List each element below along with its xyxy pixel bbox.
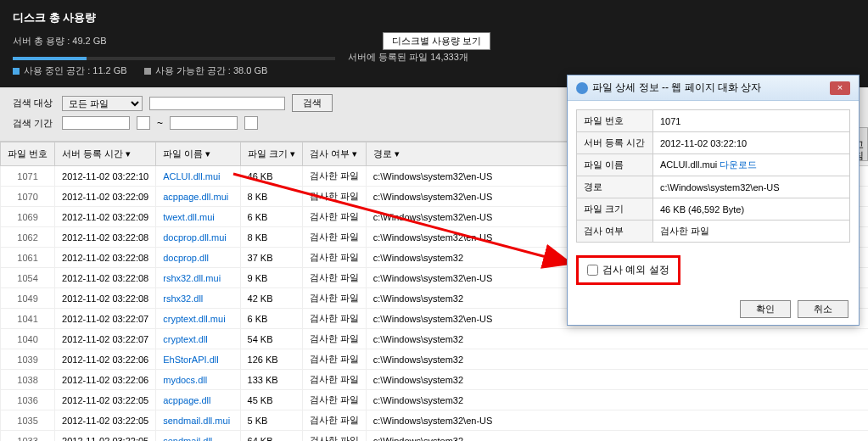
date-to-input[interactable]: [170, 116, 238, 130]
table-row[interactable]: 1036 2012-11-02 03:22:05 acppage.dll 45 …: [1, 390, 869, 410]
col-file-size[interactable]: 파일 크기 ▾: [240, 142, 302, 166]
cell-filename[interactable]: rshx32.dll.mui: [156, 268, 240, 288]
lbl-file-name: 파일 이름: [577, 154, 653, 176]
cell-time: 2012-11-02 03:22:05: [55, 431, 156, 442]
col-scan-status[interactable]: 검사 여부 ▾: [302, 142, 366, 166]
cell-status: 검사한 파일: [302, 207, 366, 227]
search-target-select[interactable]: 모든 파일: [62, 96, 143, 111]
cell-time: 2012-11-02 03:22:05: [55, 390, 156, 410]
cell-size: 37 KB: [240, 248, 302, 268]
val-file-size: 46 KB (46,592 Byte): [653, 198, 850, 220]
cell-time: 2012-11-02 03:22:06: [55, 370, 156, 390]
cell-no: 1039: [1, 349, 55, 370]
cell-size: 8 KB: [240, 227, 302, 248]
cell-filename[interactable]: ACLUI.dll.mui: [156, 166, 240, 187]
view-per-disk-button[interactable]: 디스크별 사용량 보기: [383, 32, 490, 50]
lbl-reg-time: 서버 등록 시간: [577, 132, 653, 154]
cell-status: 검사한 파일: [302, 309, 366, 329]
cell-no: 1049: [1, 288, 55, 309]
cell-filename[interactable]: sendmail.dll.mui: [156, 410, 240, 431]
table-row[interactable]: 1035 2012-11-02 03:22:05 sendmail.dll.mu…: [1, 410, 869, 431]
cell-filename[interactable]: rshx32.dll: [156, 288, 240, 309]
cell-filename[interactable]: cryptext.dll.mui: [156, 309, 240, 329]
cell-size: 9 KB: [240, 268, 302, 288]
cell-filename[interactable]: cryptext.dll: [156, 329, 240, 349]
cell-no: 1069: [1, 207, 55, 227]
table-row[interactable]: 1033 2012-11-02 03:22:05 sendmail.dll 64…: [1, 431, 869, 442]
cell-filename[interactable]: docprop.dll: [156, 248, 240, 268]
cell-filename[interactable]: acppage.dll: [156, 390, 240, 410]
cell-status: 검사한 파일: [302, 227, 366, 248]
cell-time: 2012-11-02 03:22:10: [55, 166, 156, 187]
cell-size: 42 KB: [240, 288, 302, 309]
dialog-titlebar[interactable]: 파일 상세 정보 -- 웹 페이지 대화 상자 ×: [568, 75, 859, 101]
cell-size: 126 KB: [240, 349, 302, 370]
val-file-name: ACLUI.dll.mui 다운로드: [653, 154, 850, 176]
cell-filename[interactable]: sendmail.dll: [156, 431, 240, 442]
cell-time: 2012-11-02 03:22:07: [55, 329, 156, 349]
cell-no: 1054: [1, 268, 55, 288]
cell-size: 46 KB: [240, 166, 302, 187]
cell-status: 검사한 파일: [302, 410, 366, 431]
cell-filename[interactable]: EhStorAPI.dll: [156, 349, 240, 370]
dialog-cancel-button[interactable]: 취소: [798, 300, 848, 318]
cell-status: 검사한 파일: [302, 288, 366, 309]
cell-no: 1040: [1, 329, 55, 349]
cell-status: 검사한 파일: [302, 248, 366, 268]
search-keyword-input[interactable]: [149, 97, 285, 110]
cell-time: 2012-11-02 03:22:08: [55, 227, 156, 248]
cell-time: 2012-11-02 03:22:08: [55, 268, 156, 288]
lbl-file-size: 파일 크기: [577, 198, 653, 220]
cell-filename[interactable]: mydocs.dll: [156, 370, 240, 390]
cell-path: c:\Windows\system32: [366, 349, 868, 370]
cell-path: c:\Windows\system32: [366, 370, 868, 390]
cell-size: 133 KB: [240, 370, 302, 390]
cell-path: c:\Windows\system32: [366, 390, 868, 410]
ie-icon: [576, 82, 588, 94]
cell-time: 2012-11-02 03:22:09: [55, 207, 156, 227]
calendar-to-icon[interactable]: [244, 116, 258, 130]
cell-filename[interactable]: twext.dll.mui: [156, 207, 240, 227]
download-link[interactable]: 다운로드: [720, 159, 757, 170]
cell-time: 2012-11-02 03:22:05: [55, 410, 156, 431]
cell-no: 1036: [1, 390, 55, 410]
disk-usage-title: 디스크 총 사용량: [13, 10, 855, 25]
val-reg-time: 2012-11-02 03:22:10: [653, 132, 850, 154]
cell-time: 2012-11-02 03:22:08: [55, 288, 156, 309]
cell-size: 64 KB: [240, 431, 302, 442]
calendar-from-icon[interactable]: [137, 116, 150, 130]
col-file-name[interactable]: 파일 이름 ▾: [156, 142, 240, 166]
cell-status: 검사한 파일: [302, 329, 366, 349]
col-reg-time[interactable]: 서버 등록 시간 ▾: [55, 142, 156, 166]
lbl-scan-status: 검사 여부: [577, 220, 653, 243]
cell-status: 검사한 파일: [302, 431, 366, 442]
cell-status: 검사한 파일: [302, 390, 366, 410]
cell-time: 2012-11-02 03:22:07: [55, 309, 156, 329]
search-target-label: 검색 대상: [13, 97, 55, 109]
cell-time: 2012-11-02 03:22:08: [55, 248, 156, 268]
col-file-no[interactable]: 파일 번호: [1, 142, 55, 166]
cell-size: 5 KB: [240, 410, 302, 431]
cell-status: 검사한 파일: [302, 268, 366, 288]
val-scan-status: 검사한 파일: [653, 220, 850, 243]
table-row[interactable]: 1039 2012-11-02 03:22:06 EhStorAPI.dll 1…: [1, 349, 869, 370]
dialog-close-button[interactable]: ×: [830, 81, 850, 95]
cell-no: 1061: [1, 248, 55, 268]
search-button[interactable]: 검색: [292, 94, 333, 112]
file-detail-table: 파일 번호1071 서버 등록 시간2012-11-02 03:22:10 파일…: [576, 109, 850, 243]
table-row[interactable]: 1040 2012-11-02 03:22:07 cryptext.dll 54…: [1, 329, 869, 349]
lbl-path: 경로: [577, 176, 653, 198]
cell-status: 검사한 파일: [302, 349, 366, 370]
cell-filename[interactable]: acppage.dll.mui: [156, 187, 240, 207]
table-row[interactable]: 1038 2012-11-02 03:22:06 mydocs.dll 133 …: [1, 370, 869, 390]
cell-filename[interactable]: docprop.dll.mui: [156, 227, 240, 248]
date-from-input[interactable]: [62, 116, 130, 130]
cell-no: 1038: [1, 370, 55, 390]
cell-status: 검사한 파일: [302, 370, 366, 390]
scan-exclude-label[interactable]: 검사 예외 설정: [587, 263, 669, 277]
scan-exclude-checkbox[interactable]: [587, 265, 598, 276]
cell-path: c:\Windows\system32: [366, 431, 868, 442]
cell-no: 1062: [1, 227, 55, 248]
dialog-ok-button[interactable]: 확인: [740, 300, 791, 318]
cell-status: 검사한 파일: [302, 187, 366, 207]
